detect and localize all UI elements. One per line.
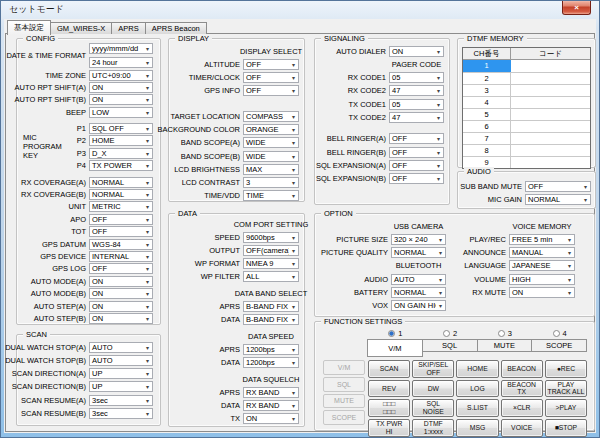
setting-select[interactable]: ON ▾ [89,313,153,324]
setting-select[interactable]: WGS-84 ▾ [89,239,153,250]
setting-select[interactable]: ON ▾ [243,413,299,424]
function-button[interactable]: PLAY TRACK ALL [545,380,587,398]
tab[interactable]: APRS [111,22,145,34]
dtmf-code-cell[interactable] [511,133,590,144]
dtmf-code-cell[interactable] [511,145,590,156]
function-button[interactable]: ×CLR [501,399,543,417]
function-group-radio[interactable]: 1 [368,328,423,338]
setting-select[interactable]: OFF ▾ [243,59,299,70]
setting-select[interactable]: MANUAL ▾ [509,247,575,258]
function-button[interactable]: SKIP/SEL OFF [412,360,454,378]
dtmf-channel-cell[interactable]: 3 [463,85,511,96]
setting-select[interactable]: ON ▾ [89,276,153,287]
dtmf-channel-cell[interactable]: 5 [463,109,511,120]
dtmf-code-cell[interactable] [511,109,590,120]
datetime-format-select[interactable]: 24 hour ▾ [89,57,153,68]
setting-select[interactable]: OFF ▾ [89,263,153,274]
setting-select[interactable]: RX BAND ▾ [243,387,299,398]
function-button[interactable]: VOICE [501,419,543,437]
setting-select[interactable]: JAPANESE ▾ [509,260,575,271]
setting-select[interactable]: OFF ▾ [89,226,153,237]
setting-select[interactable]: UP ▾ [89,381,153,392]
dtmf-code-cell[interactable] [511,60,590,72]
dtmf-channel-cell[interactable]: 4 [463,97,511,108]
dtmf-row[interactable]: 3 [463,84,590,96]
function-button[interactable]: >PLAY [545,399,587,417]
mode-tab[interactable]: V/M [367,339,423,357]
setting-select[interactable]: HOME ▾ [89,135,153,146]
mode-tab[interactable]: SQL [422,339,478,352]
function-button[interactable]: HOME [456,360,498,378]
setting-select[interactable]: NORMAL ▾ [525,194,591,205]
function-button[interactable]: DTMF 1:xxxx [412,419,454,437]
tab[interactable]: APRS Beacon [145,22,207,34]
setting-select[interactable]: MAX ▾ [243,164,299,175]
dtmf-row[interactable]: 6 [463,120,590,132]
dtmf-channel-cell[interactable]: 6 [463,121,511,132]
title-bar[interactable]: セットモード [1,1,599,18]
setting-select[interactable]: 320 × 240 ▾ [391,234,446,245]
tab[interactable]: 基本設定 [7,20,51,35]
mode-tab[interactable]: MUTE [477,339,533,352]
setting-select[interactable]: OFF ▾ [389,133,444,144]
setting-select[interactable]: OFF ▾ [243,85,299,96]
setting-select[interactable]: 3sec ▾ [89,395,153,406]
setting-select[interactable]: ON ▾ [389,46,444,57]
setting-select[interactable]: OFF ▾ [389,147,444,158]
setting-select[interactable]: COMPASS ▾ [243,111,299,122]
function-button[interactable]: LOG [456,380,498,398]
setting-select[interactable]: NORMAL ▾ [89,177,153,188]
setting-select[interactable]: OFF ▾ [389,173,444,184]
dtmf-channel-cell[interactable]: 8 [463,145,511,156]
setting-select[interactable]: WIDE ▾ [243,137,299,148]
setting-select[interactable]: AUTO ▾ [89,342,153,353]
function-group-radio[interactable]: 4 [532,328,587,338]
setting-select[interactable]: OFF(camera) ▾ [243,245,299,256]
datetime-format-select[interactable]: yyyy/mmm/dd ▾ [89,43,153,54]
dtmf-row[interactable]: 2 [463,72,590,84]
function-button[interactable]: □□□ □□□ [368,399,410,417]
setting-select[interactable]: UTC+09:00 ▾ [89,70,153,81]
setting-select[interactable]: B-BAND FIX ▾ [243,301,299,312]
dtmf-code-cell[interactable] [511,121,590,132]
function-button[interactable]: ●REC [545,360,587,378]
function-button[interactable]: REV [368,380,410,398]
setting-select[interactable]: ON ▾ [89,82,153,93]
dtmf-row[interactable]: 4 [463,96,590,108]
setting-select[interactable]: 47 ▾ [389,112,444,123]
function-group-radio[interactable]: 3 [478,328,533,338]
function-button[interactable]: BEACON TX [501,380,543,398]
dtmf-code-cell[interactable] [511,157,590,168]
setting-select[interactable]: NORMAL ▾ [391,287,446,298]
setting-select[interactable]: B-BAND FIX ▾ [243,314,299,325]
function-button[interactable]: S.LIST [456,399,498,417]
dtmf-channel-cell[interactable]: 1 [463,60,511,72]
dtmf-row[interactable]: 7 [463,132,590,144]
setting-select[interactable]: OFF ▾ [89,214,153,225]
setting-select[interactable]: RX BAND ▾ [243,400,299,411]
setting-select[interactable]: ORANGE ▾ [243,124,299,135]
dtmf-row[interactable]: 1 [463,60,590,72]
function-button[interactable]: MSG [456,419,498,437]
setting-select[interactable]: AUTO ▾ [391,274,446,285]
setting-select[interactable]: 05 ▾ [389,72,444,83]
dtmf-code-cell[interactable] [511,97,590,108]
function-button[interactable]: TX PWR HI [368,419,410,437]
setting-select[interactable]: ON ▾ [89,288,153,299]
setting-select[interactable]: 3sec ▾ [89,408,153,419]
function-button[interactable]: SCAN [368,360,410,378]
setting-select[interactable]: ALL ▾ [243,271,299,282]
dtmf-row[interactable]: 5 [463,108,590,120]
setting-select[interactable]: NMEA 9 ▾ [243,258,299,269]
setting-select[interactable]: OFF ▾ [389,160,444,171]
setting-select[interactable]: UP ▾ [89,368,153,379]
setting-select[interactable]: OFF ▾ [525,181,591,192]
setting-select[interactable]: TX POWER ▾ [89,160,153,171]
setting-select[interactable]: NORMAL ▾ [391,247,446,258]
setting-select[interactable]: 1200bps ▾ [243,344,299,355]
setting-select[interactable]: INTERNAL ▾ [89,251,153,262]
function-button[interactable]: SQL NOISE [412,399,454,417]
setting-select[interactable]: WIDE ▾ [243,151,299,162]
function-button[interactable]: ■STOP [545,419,587,437]
dtmf-code-cell[interactable] [511,85,590,96]
